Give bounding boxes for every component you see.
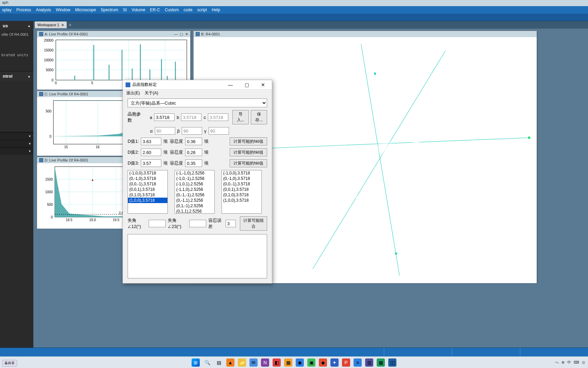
svg-line-71 xyxy=(361,44,399,276)
calc-hkl3-button[interactable]: 计算可能的hkl值 xyxy=(230,159,267,167)
workspace-tabs: Workspace 1✕ + xyxy=(33,21,588,29)
sidebar-section-header[interactable]: us▲ xyxy=(0,21,33,30)
window-icon xyxy=(39,92,43,96)
menu-item[interactable]: Volume xyxy=(132,7,145,12)
tol-error-input[interactable] xyxy=(226,220,236,227)
close-icon[interactable]: ✕ xyxy=(257,82,269,88)
app-titlebar: aph xyxy=(0,0,588,6)
svg-text:19.0: 19.0 xyxy=(89,218,96,222)
svg-text:15: 15 xyxy=(64,145,68,149)
angle12-input[interactable] xyxy=(149,220,166,227)
screen-share-indicator[interactable]: 幕共享 xyxy=(2,360,17,367)
app-icon[interactable]: ▦ xyxy=(284,358,292,367)
hkl-list-3[interactable]: (-1,0,0),3.5718(0,-1,0),3.5718(0,0,-1),3… xyxy=(222,170,262,214)
menu-item[interactable]: code xyxy=(184,7,193,12)
d2-input[interactable] xyxy=(141,149,161,156)
status-bar xyxy=(0,348,588,356)
maximize-icon[interactable]: ▢ xyxy=(180,32,183,36)
svg-text:5: 5 xyxy=(91,81,93,85)
sidebar-section-header[interactable]: ntrol▲ xyxy=(0,72,33,81)
sidebar-collapsed-row[interactable]: ▼ xyxy=(0,132,33,140)
sidebar-collapsed-row[interactable]: ▼ xyxy=(0,147,33,155)
menu-item[interactable]: Analysis xyxy=(36,7,51,12)
app-icon[interactable]: ▥ xyxy=(365,358,373,367)
system-tray[interactable]: へ⊕ 中⌨ ◎ xyxy=(555,360,585,365)
minimize-icon[interactable]: — xyxy=(174,32,178,36)
window-title: B: R4-0001 xyxy=(201,32,220,36)
svg-text:15000: 15000 xyxy=(44,48,53,52)
units-label: brated units xyxy=(0,51,33,71)
cursor-icon: ↖ xyxy=(414,144,418,151)
app-icon[interactable]: ✦ xyxy=(330,358,339,367)
taskview-icon[interactable]: ▤ xyxy=(215,358,223,367)
close-icon[interactable]: ✕ xyxy=(185,32,188,36)
close-icon[interactable]: ✕ xyxy=(61,23,64,27)
svg-rect-21 xyxy=(93,45,94,80)
window-icon xyxy=(196,32,200,36)
window-title: A: Live Profile Of R4-0001 xyxy=(45,32,88,36)
save-button[interactable]: 保存... xyxy=(251,110,267,124)
tab-workspace1[interactable]: Workspace 1✕ xyxy=(35,21,67,28)
svg-rect-25 xyxy=(140,44,141,80)
add-tab-button[interactable]: + xyxy=(69,22,71,28)
app-icon[interactable]: ◆ xyxy=(319,358,327,367)
sidebar-item[interactable]: ofile Of R4-0001 xyxy=(0,30,33,51)
menu-exit[interactable]: 退出(E) xyxy=(126,90,140,96)
svg-rect-75 xyxy=(395,252,397,255)
menu-item[interactable]: script xyxy=(197,7,207,12)
d2-label: D值2: xyxy=(128,149,139,155)
hkl-list-2[interactable]: (-1,-1,0),2.5256(-1,0,-1),2.5256(-1,0,1)… xyxy=(175,170,215,214)
param-a-input[interactable] xyxy=(154,113,175,121)
menu-item[interactable]: Custom xyxy=(165,7,179,12)
zoom-icon[interactable]: ◉ xyxy=(296,358,304,367)
calc-combo-button[interactable]: 计算可能组合 xyxy=(240,216,267,231)
app-icon[interactable]: ▦ xyxy=(377,358,385,367)
crystal-system-select[interactable]: 立方(等轴)晶系—Cubic xyxy=(128,98,267,107)
matlab-icon[interactable]: ▲ xyxy=(226,358,234,367)
menu-item[interactable]: ER-C xyxy=(150,7,160,12)
powerpoint-icon[interactable]: P xyxy=(342,358,350,367)
d1-input[interactable] xyxy=(141,138,161,145)
app-icon[interactable]: ▣ xyxy=(307,358,315,367)
svg-text:0: 0 xyxy=(51,215,53,219)
tol1-input[interactable] xyxy=(185,138,202,145)
explorer-icon[interactable]: 📁 xyxy=(238,358,246,367)
window-icon xyxy=(39,158,43,162)
svg-text:0: 0 xyxy=(55,81,57,85)
menu-item[interactable]: Help xyxy=(212,7,220,12)
app-icon[interactable]: ✉ xyxy=(249,358,258,367)
maximize-icon[interactable]: ▢ xyxy=(241,82,253,88)
param-c-input xyxy=(208,113,228,121)
minimize-icon[interactable]: — xyxy=(224,82,236,88)
hkl-list-1[interactable]: (-1,0,0),3.5718(0,-1,0),3.5718(0,0,-1),3… xyxy=(128,170,168,214)
indexing-dialog[interactable]: 晶面指数标定 — ▢ ✕ 退出(E) 关于(A) 立方(等轴)晶系—Cubic … xyxy=(122,80,272,283)
menu-about[interactable]: 关于(A) xyxy=(145,90,158,96)
tol3-input[interactable] xyxy=(185,159,202,167)
app-icon[interactable]: ≡ xyxy=(354,358,362,367)
calc-hkl1-button[interactable]: 计算可能的hkl值 xyxy=(230,137,267,145)
menu-item[interactable]: splay xyxy=(2,7,12,12)
workspace-area: Workspace 1✕ + A: Live Profile Of R4-000… xyxy=(33,21,588,348)
angle23-input[interactable] xyxy=(189,220,206,227)
menu-item[interactable]: Window xyxy=(56,7,70,12)
window-icon xyxy=(39,32,43,36)
start-button[interactable]: ⊞ xyxy=(192,358,200,367)
calc-hkl2-button[interactable]: 计算可能的hkl值 xyxy=(230,148,267,156)
svg-text:0: 0 xyxy=(51,78,53,82)
menu-item[interactable]: Process xyxy=(16,7,31,12)
menu-item[interactable]: SI xyxy=(123,7,127,12)
app-icon[interactable]: ◧ xyxy=(273,358,281,367)
tol2-input[interactable] xyxy=(185,149,202,156)
d3-input[interactable] xyxy=(141,159,161,167)
import-button[interactable]: 导入... xyxy=(232,110,249,124)
app-icon[interactable]: ◫ xyxy=(388,358,396,367)
onenote-icon[interactable]: N xyxy=(261,358,269,367)
svg-text:18.5: 18.5 xyxy=(66,218,72,222)
sidebar-collapsed-row[interactable]: ▼ xyxy=(0,140,33,147)
svg-text:500: 500 xyxy=(47,203,53,206)
menu-item[interactable]: Spectrum xyxy=(101,7,118,12)
search-icon[interactable]: 🔍 xyxy=(203,358,211,367)
menu-item[interactable]: Microscope xyxy=(75,7,96,12)
svg-text:1500: 1500 xyxy=(45,178,53,181)
result-textarea[interactable] xyxy=(128,234,267,278)
